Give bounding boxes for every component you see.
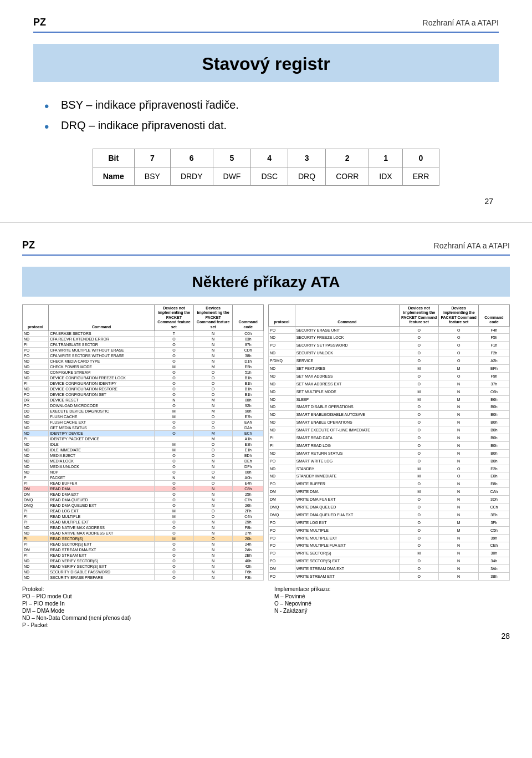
cell-protocol: DMQ — [23, 502, 49, 508]
reg-table-bsy: BSY — [134, 167, 170, 186]
cell-command: DEVICE CONFIGURATION FREEZE LOCK — [49, 375, 155, 380]
reg-table-name-label: Name — [93, 167, 134, 186]
cell-dev-impl: N — [193, 464, 233, 469]
page2-section: PZ Rozhraní ATA a ATAPI Některé příkazy … — [0, 228, 532, 652]
cell-command: READ DMA — [49, 486, 155, 491]
cell-protocol: ND — [269, 372, 295, 380]
cell-command: SERVICE — [295, 357, 399, 365]
cell-dev-impl: O — [193, 480, 233, 486]
cell-dev-not: M — [399, 550, 438, 557]
cell-code: CCh — [478, 503, 509, 511]
page: PZ Rozhraní ATA a ATAPI Stavový registr … — [0, 0, 532, 652]
cell-protocol: PI — [269, 441, 295, 449]
cell-dev-impl: O — [193, 447, 233, 452]
cell-dev-impl: N — [439, 496, 478, 503]
cell-code: B1h — [233, 375, 264, 380]
cell-code: C8h — [233, 486, 264, 491]
cell-command: READ DMA EXT — [49, 491, 155, 497]
cell-dev-impl: N — [439, 565, 478, 573]
cell-code: 34h — [478, 557, 509, 565]
cell-code: 27h — [233, 530, 264, 536]
cell-dev-impl: N — [193, 458, 233, 464]
cell-dev-impl: M — [439, 395, 478, 403]
cell-command: WRITE BUFFER — [295, 480, 399, 488]
cell-dev-impl: N — [439, 426, 478, 434]
impl-n: N - Zakázaný — [274, 608, 510, 614]
cell-command: WRITE STREAM EXT — [295, 573, 399, 581]
cell-dev-impl: N — [439, 511, 478, 518]
table-row: PO DEVICE CONFIGURATION SET O O B1h — [23, 391, 264, 397]
cell-command: READ NATIVE MAX ADDRESS — [49, 525, 155, 530]
cell-dev-not: O — [399, 326, 438, 334]
cell-command: CONFIGURE STREAM — [49, 369, 155, 375]
bullet-item-drq: DRQ – indikace připravenosti dat. — [44, 119, 499, 132]
cell-protocol: ND — [23, 447, 49, 452]
table-row: ND IDENTIFY DEVICE O M ECh — [23, 430, 264, 436]
cell-dev-impl: N — [439, 550, 478, 557]
cell-protocol: DM — [269, 496, 295, 503]
cell-protocol: DR — [23, 397, 49, 403]
cell-protocol: ND — [23, 375, 49, 380]
cell-protocol: ND — [269, 403, 295, 411]
cell-code: E2h — [478, 465, 509, 472]
cell-dev-impl: O — [193, 425, 233, 430]
cell-command: SECURITY ERASE UNIT — [295, 326, 399, 334]
cell-command: SECURITY UNLOCK — [295, 349, 399, 357]
cell-dev-impl: N — [439, 449, 478, 457]
table-row: P/DMQ SERVICE O O A2h — [269, 357, 510, 365]
cell-dev-not: O — [399, 457, 438, 465]
cell-code: F4h — [478, 326, 509, 334]
cell-code: B1h — [233, 391, 264, 397]
cell-dev-not: O — [155, 369, 194, 375]
cell-protocol: ND — [269, 472, 295, 480]
page1-title: Stavový registr — [33, 54, 499, 74]
cell-dev-not: O — [399, 426, 438, 434]
cell-dev-impl: N — [439, 419, 478, 426]
table-row: PO WRITE SECTOR(S) EXT O N 34h — [269, 557, 510, 565]
cell-command: SMART READ DATA — [295, 434, 399, 442]
cell-dev-not: M — [155, 447, 194, 452]
cell-code: F1h — [478, 342, 509, 349]
cell-command: GET MEDIA STATUS — [49, 425, 155, 430]
table-row: DD EXECUTE DEVICE DIAGNOSTIC M M 90h — [23, 408, 264, 414]
cell-protocol: ND — [23, 330, 49, 336]
table-row: PO SECURITY ERASE UNIT O O F4h — [269, 326, 510, 334]
table-row: ND SECURITY FREEZE LOCK O O F5h — [269, 334, 510, 342]
page2-number: 28 — [22, 632, 510, 640]
page1-title-bar: Stavový registr — [33, 44, 499, 82]
impl-m: M – Povinné — [274, 593, 510, 599]
cell-code: 3Bh — [478, 573, 509, 581]
cell-protocol: DMQ — [269, 503, 295, 511]
cell-dev-impl: N — [439, 542, 478, 550]
cell-dev-impl: O — [439, 326, 478, 334]
cell-dev-impl: N — [193, 552, 233, 558]
register-table-wrap: Bit 7 6 5 4 3 2 1 0 Name BSY — [33, 149, 499, 186]
cell-code: 26h — [233, 502, 264, 508]
cell-code: EDh — [233, 452, 264, 458]
cell-command: SECURITY FREEZE LOCK — [295, 334, 399, 342]
cell-dev-not: O — [155, 430, 194, 436]
cell-command: READ NATIVE MAX ADDRESS EXT — [49, 530, 155, 536]
cell-protocol: ND — [269, 449, 295, 457]
cell-command: READ STREAM DMA EXT — [49, 547, 155, 552]
table-row: PO WRITE LOG EXT O M 3Fh — [269, 518, 510, 526]
table-row: DMQ READ DMA QUEUED EXT O N 26h — [23, 502, 264, 508]
cell-code: B0h — [478, 457, 509, 465]
cell-dev-impl: N — [193, 558, 233, 563]
cell-protocol: PO — [23, 347, 49, 353]
cell-code: 25h — [233, 491, 264, 497]
cell-protocol: PO — [269, 542, 295, 550]
cell-command: WRITE MULTIPLE FUA EXT — [295, 542, 399, 550]
cell-command: DEVICE CONFIGURATION IDENTIFY — [49, 380, 155, 386]
cell-dev-impl: M — [193, 430, 233, 436]
cell-protocol: ND — [23, 425, 49, 430]
cell-dev-impl: N — [193, 530, 233, 536]
reg-table-dwf: DWF — [213, 167, 251, 186]
cell-command: WRITE LOG EXT — [295, 518, 399, 526]
cell-dev-impl: M — [439, 526, 478, 534]
cell-protocol: ND — [23, 336, 49, 342]
cell-protocol: DM — [269, 488, 295, 496]
cell-dev-impl: N — [193, 541, 233, 547]
cell-dev-not: M — [399, 488, 438, 496]
cell-dev-not: O — [155, 391, 194, 397]
